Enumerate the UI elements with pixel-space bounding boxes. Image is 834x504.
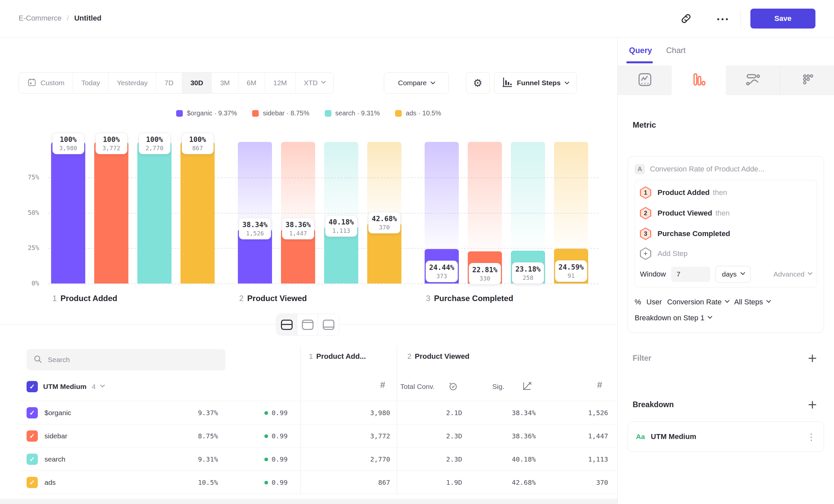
range-6m[interactable]: 6M	[239, 73, 265, 93]
funnel-bar[interactable]	[94, 142, 128, 283]
total-conv-header[interactable]: Total Conv.	[400, 380, 435, 393]
row-significance: 0.99	[264, 448, 288, 471]
row-step1-count: 3,772	[370, 425, 390, 448]
select-all-checkbox[interactable]: ✓	[26, 381, 38, 392]
funnel-bar-ghost	[554, 142, 588, 248]
breakdown-property-name: UTM Medium	[651, 432, 696, 441]
horizontal-scrollbar[interactable]	[0, 499, 617, 504]
tab-chart[interactable]: Chart	[666, 46, 686, 55]
chevron-down-icon	[100, 383, 105, 387]
step-label: 2Product Viewed	[239, 294, 307, 303]
string-type-icon: Aa	[636, 433, 645, 441]
y-axis-tick: 75%	[10, 174, 39, 181]
report-tab-funnels[interactable]	[672, 65, 726, 95]
range-3m[interactable]: 3M	[212, 73, 238, 93]
range-custom[interactable]: Custom	[19, 73, 73, 93]
bar-pct-label: 24.59%	[559, 263, 584, 271]
breakdown-menu-button[interactable]: ⋮	[807, 432, 816, 442]
range-label: 6M	[247, 79, 257, 87]
row-significance: 0.99	[264, 425, 288, 448]
funnel-bar-ghost	[425, 142, 459, 248]
funnel-bar[interactable]	[137, 142, 172, 283]
range-30d[interactable]: 30D	[182, 73, 212, 93]
advanced-toggle[interactable]: Advanced	[774, 270, 812, 278]
view-toggle-chart[interactable]	[297, 314, 318, 335]
row-checkbox[interactable]: ✓	[26, 477, 38, 488]
more-options-button[interactable]	[715, 12, 730, 26]
funnel-steps-card: 1 Product Addedthen 2 Product Viewedthen…	[635, 180, 817, 288]
sig-header[interactable]: Sig.	[492, 380, 504, 393]
search-input[interactable]	[48, 356, 219, 364]
breadcrumb-report-title[interactable]: Untitled	[74, 14, 102, 23]
report-tab-insights[interactable]	[618, 65, 672, 95]
range-12m[interactable]: 12M	[265, 73, 295, 93]
add-breakdown-button[interactable]: +	[808, 399, 817, 410]
count-column-icon[interactable]: #	[380, 380, 385, 390]
row-checkbox[interactable]: ✓	[26, 430, 38, 442]
row-significance: 0.99	[264, 471, 288, 494]
row-checkbox[interactable]: ✓	[26, 454, 38, 465]
funnel-bar-ghost	[511, 142, 545, 250]
measurement-metric[interactable]: Conversion Rate	[667, 298, 729, 306]
conversion-rate-column-icon[interactable]	[522, 381, 533, 393]
legend-item[interactable]: search · 9.31%	[325, 109, 380, 117]
row-step2-count: 370	[596, 471, 608, 494]
bar-count-label: 3,772	[99, 144, 124, 152]
report-tab-retention[interactable]	[780, 65, 834, 95]
bar-pct-label: 100%	[99, 136, 124, 143]
step-label: 1Product Added	[52, 294, 117, 303]
compare-button[interactable]: Compare	[384, 72, 449, 93]
funnel-step-3[interactable]: 3 Purchase Completed	[640, 224, 812, 244]
funnel-step-1[interactable]: 1 Product Addedthen	[640, 182, 812, 203]
funnel-step-2[interactable]: 2 Product Viewedthen	[640, 203, 812, 224]
step-name: Product Added	[60, 294, 117, 303]
range-today[interactable]: Today	[73, 73, 108, 93]
chevron-down-icon	[725, 298, 729, 303]
breakdown-on-step-select[interactable]: Breakdown on Step 1	[635, 310, 817, 326]
row-checkbox[interactable]: ✓	[26, 407, 38, 418]
bar-pct-label: 40.18%	[329, 218, 354, 226]
copy-link-button[interactable]	[679, 12, 693, 26]
row-conv-rate: 38.34%	[512, 401, 536, 425]
funnel-chart: 75%50%25%0%100%3,98038.34%1,52624.44%373…	[0, 128, 617, 314]
add-step-button[interactable]: + Add Step	[640, 244, 812, 263]
breadcrumb-project[interactable]: E-Commerce	[19, 14, 62, 23]
time-to-convert-icon[interactable]	[448, 381, 459, 393]
tab-query[interactable]: Query	[629, 46, 652, 55]
bar-label-card: 38.34%1,526	[239, 218, 271, 239]
window-unit-select[interactable]: days	[716, 266, 750, 282]
row-name: sidebar	[44, 425, 67, 448]
breakdown-item[interactable]: Aa UTM Medium ⋮	[628, 421, 824, 452]
view-toggle-table[interactable]	[318, 314, 339, 335]
breakdown-column-header[interactable]: UTM Medium	[43, 383, 87, 391]
row-time-to-convert: 1.9D	[446, 471, 462, 494]
legend-item[interactable]: ads · 10.5%	[395, 109, 441, 117]
settings-button[interactable]: ⚙	[466, 72, 490, 93]
add-filter-button[interactable]: +	[808, 353, 817, 363]
table-row: ✓$organic9.37%0.993,9802.1D38.34%1,526	[0, 401, 617, 425]
active-tab-underline	[626, 61, 653, 63]
window-value-input[interactable]	[671, 267, 710, 282]
chart-type-button[interactable]: Funnel Steps	[494, 72, 577, 93]
step-event-name: Product Viewed	[658, 209, 712, 217]
count-column-icon[interactable]: #	[597, 380, 602, 390]
significance-dot	[264, 481, 268, 484]
measurement-scope[interactable]: All Steps	[734, 298, 770, 306]
metric-title: Conversion Rate of Product Adde...	[650, 165, 764, 174]
metric-title-row[interactable]: A Conversion Rate of Product Adde...	[635, 163, 817, 175]
legend-item[interactable]: sidebar · 8.75%	[252, 109, 309, 117]
row-separator	[19, 447, 617, 448]
funnel-bar[interactable]	[51, 142, 85, 283]
measurement-entity[interactable]: User	[646, 298, 662, 306]
range-7d[interactable]: 7D	[156, 73, 182, 93]
range-yesterday[interactable]: Yesterday	[108, 73, 156, 93]
legend-item[interactable]: $organic · 9.37%	[176, 109, 237, 117]
chevron-down-icon	[741, 270, 745, 275]
range-xtd[interactable]: XTD	[295, 73, 333, 93]
funnel-bar[interactable]	[180, 142, 215, 283]
bar-label-card: 40.18%1,113	[325, 215, 358, 237]
save-button[interactable]: Save	[750, 8, 815, 28]
row-total-conv: 8.75%	[198, 425, 218, 448]
view-toggle-split[interactable]	[276, 314, 297, 335]
report-tab-flows[interactable]	[726, 65, 780, 95]
